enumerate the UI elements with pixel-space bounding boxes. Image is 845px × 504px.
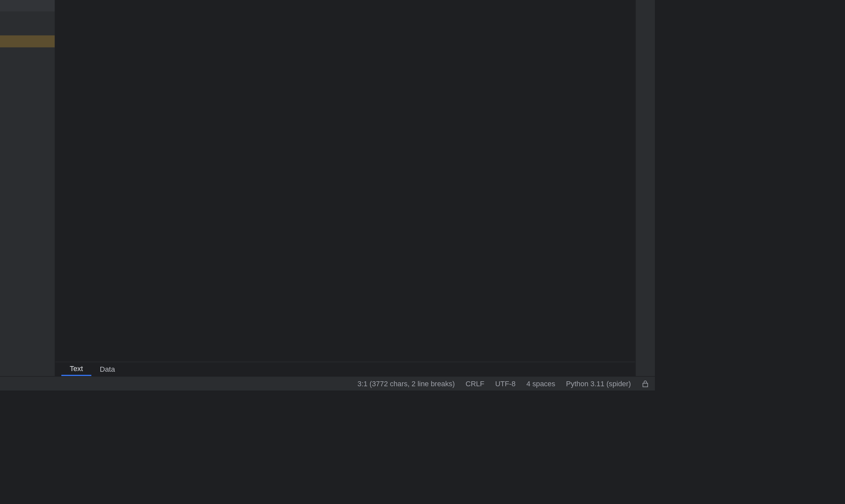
indent[interactable]: 4 spaces bbox=[527, 379, 555, 388]
editor-area: ●36kr.py ≡36kr.csv✕ {}article.json ⋮ 1 2… bbox=[55, 0, 635, 376]
tree-external-libraries[interactable]: ▸⫽External Libraries bbox=[0, 179, 55, 191]
line-separator[interactable]: CRLF bbox=[465, 379, 484, 388]
tree-file-instagram[interactable]: ▸●instagram.py bbox=[0, 143, 55, 155]
editor-view-tabs: Text Data bbox=[55, 361, 635, 376]
encoding[interactable]: UTF-8 bbox=[495, 379, 515, 388]
project-panel: Project ▾ ⋮ ─ ▾🗀 spider D:\develop\pytho… bbox=[0, 0, 55, 376]
status-bar: spider › 🗀 36kr 3:1 (3772 chars, 2 line … bbox=[0, 376, 655, 391]
tree-file-interview[interactable]: ▸●interview_spider.py bbox=[0, 155, 55, 167]
editor-body[interactable]: 1 2 3 标题,作者,发布时间,原文地址,正文 车厂爆雷，电动车车主"成了半个… bbox=[55, 0, 635, 361]
tree-folder-venv[interactable]: ▸🗀venvlibrary root bbox=[0, 35, 55, 47]
lock-icon[interactable] bbox=[642, 380, 649, 387]
project-tree[interactable]: ▾🗀 spider D:\develop\python_develop\spid… bbox=[0, 0, 55, 376]
tree-file-compress[interactable]: ▸●compress.py bbox=[0, 120, 55, 131]
tree-folder-nowcode[interactable]: ▸🗀nowcode bbox=[0, 12, 55, 23]
tree-file-gitignore[interactable]: ▸⊘.gitignore bbox=[0, 95, 55, 107]
tree-file-mooncake[interactable]: ▸●mooncake.py bbox=[0, 167, 55, 179]
svg-rect-40 bbox=[643, 383, 648, 386]
right-toolstrip bbox=[635, 0, 655, 376]
tree-folder-jiuzhang-ai[interactable]: ▸🗀jiuzhang-ai bbox=[0, 0, 55, 12]
tree-folder-server[interactable]: ▸🗀server bbox=[0, 23, 55, 35]
tree-scratches[interactable]: ▸☰Scratches and Consoles bbox=[0, 191, 55, 203]
cursor-position[interactable]: 3:1 (3772 chars, 2 line breaks) bbox=[357, 379, 455, 388]
tree-folder-weibo[interactable]: ▸🗀weibo bbox=[0, 59, 55, 71]
interpreter[interactable]: Python 3.11 (spider) bbox=[566, 379, 631, 388]
gutter: 1 2 3 bbox=[55, 0, 78, 361]
tree-file-drawmooncake[interactable]: ▸●draw_moon_cake.py bbox=[0, 131, 55, 143]
tree-folder-xchuxing[interactable]: ▸🗀xchuxing bbox=[0, 71, 55, 83]
text-view-tab[interactable]: Text bbox=[61, 362, 91, 376]
data-view-tab[interactable]: Data bbox=[91, 362, 123, 376]
tree-folder-zhihu[interactable]: ▸🗀zhihu bbox=[0, 84, 55, 95]
tree-file-1json[interactable]: ▸{}1.json bbox=[0, 107, 55, 119]
code-area[interactable]: 标题,作者,发布时间,原文地址,正文 车厂爆雷，电动车车主"成了半个修车师傅"：… bbox=[78, 0, 635, 361]
tree-folder-wechat[interactable]: ▸🗀wechat bbox=[0, 48, 55, 59]
